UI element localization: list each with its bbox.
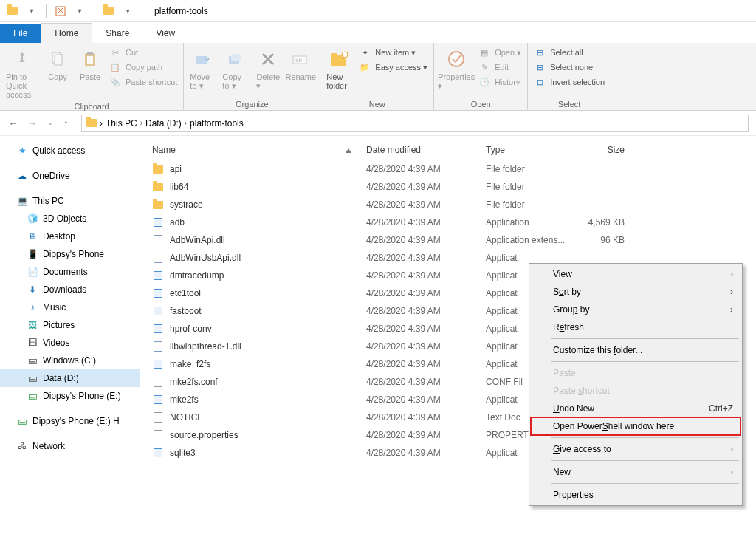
address-bar[interactable]: › This PC› Data (D:)› platform-tools — [81, 115, 749, 132]
window-title: platform-tools — [150, 6, 208, 16]
sidebar-quick-access[interactable]: ★Quick access — [0, 142, 140, 160]
tab-home[interactable]: Home — [41, 23, 92, 43]
file-row[interactable]: lib64 4/28/2020 4:39 AM File folder — [145, 178, 756, 196]
ctx-customize[interactable]: Customize this folder... — [531, 341, 740, 359]
sidebar-item[interactable]: 🖥Desktop — [0, 228, 140, 245]
sidebar-dippsy-h[interactable]: 🖴Dippsy's Phone (E:) H — [0, 412, 140, 430]
ctx-open-powershell[interactable]: Open PowerShell window here — [531, 417, 740, 435]
sidebar-item[interactable]: 🎞Videos — [0, 334, 140, 352]
file-size — [576, 182, 642, 191]
sidebar-item[interactable]: 📄Documents — [0, 263, 140, 281]
crumb-0[interactable]: This PC› — [106, 118, 142, 129]
tab-view[interactable]: View — [142, 24, 188, 43]
move-to-label: Move to ▾ — [190, 72, 216, 91]
file-icon — [152, 358, 164, 370]
crumb-2[interactable]: platform-tools — [190, 118, 244, 129]
select-none-button[interactable]: ⊟Select none — [532, 61, 606, 74]
ctx-group-by[interactable]: Group by› — [531, 301, 740, 318]
history-icon: 🕑 — [478, 76, 490, 88]
drive-icon: 🖴 — [16, 415, 28, 427]
folder-icon — [4, 3, 21, 19]
file-row[interactable]: AdbWinApi.dll 4/28/2020 4:39 AM Applicat… — [145, 231, 756, 249]
paste-button[interactable]: Paste — [75, 46, 105, 83]
qat-dropdown-2[interactable]: ▼ — [72, 3, 88, 19]
new-item-button[interactable]: ✦New item ▾ — [357, 46, 429, 59]
paste-label: Paste — [80, 72, 100, 81]
new-folder-label: New folder — [326, 72, 353, 90]
chevron-right-icon[interactable]: › — [100, 118, 103, 129]
new-folder-icon — [328, 47, 351, 71]
ctx-sort-by[interactable]: Sort by› — [531, 283, 740, 301]
forward-button[interactable]: → — [27, 118, 38, 129]
ctx-new[interactable]: New› — [531, 463, 740, 481]
qat-dropdown-3[interactable]: ▾ — [120, 3, 136, 19]
col-date[interactable]: Date modified — [359, 140, 478, 160]
file-row[interactable]: api 4/28/2020 4:39 AM File folder — [145, 160, 756, 178]
ctx-paste[interactable]: Paste — [531, 364, 740, 382]
col-name[interactable]: Name — [145, 140, 359, 160]
file-date: 4/28/2020 4:39 AM — [359, 408, 478, 427]
file-icon — [152, 270, 164, 281]
file-type: Application extens... — [478, 230, 576, 250]
file-icon — [152, 394, 164, 406]
copy-to-button[interactable]: Copy to ▾ — [221, 46, 250, 92]
back-button[interactable]: ← — [7, 118, 19, 129]
star-icon: ★ — [16, 145, 28, 157]
sidebar-item[interactable]: 📱Dippsy's Phone — [0, 245, 140, 263]
sidebar-this-pc[interactable]: 💻This PC — [0, 192, 140, 210]
svg-rect-6 — [196, 56, 207, 64]
file-icon — [152, 341, 164, 352]
delete-button[interactable]: Delete▾ — [253, 46, 283, 92]
qat-dropdown[interactable]: ▼ — [24, 3, 40, 19]
tab-share[interactable]: Share — [92, 24, 142, 43]
copy-button[interactable]: Copy — [43, 46, 72, 83]
ctx-refresh[interactable]: Refresh — [531, 318, 740, 336]
file-row[interactable]: systrace 4/28/2020 4:39 AM File folder — [145, 196, 756, 213]
ctx-undo-new[interactable]: Undo NewCtrl+Z — [531, 400, 740, 417]
easy-access-button[interactable]: 📁Easy access ▾ — [357, 61, 429, 74]
invert-selection-button[interactable]: ⊡Invert selection — [532, 75, 606, 89]
open-button[interactable]: ▤Open ▾ — [477, 46, 523, 59]
paste-shortcut-button[interactable]: 📎Paste shortcut — [108, 75, 179, 89]
sidebar-onedrive[interactable]: ☁OneDrive — [0, 167, 140, 185]
new-folder-button[interactable]: New folder — [325, 46, 354, 92]
properties-button[interactable]: Properties▾ — [439, 46, 474, 92]
context-menu: View› Sort by› Group by› Refresh Customi… — [529, 263, 743, 506]
sidebar-network[interactable]: 🖧Network — [0, 437, 140, 455]
pin-icon — [10, 47, 34, 71]
svg-rect-8 — [231, 54, 241, 61]
sidebar-item[interactable]: ⬇Downloads — [0, 281, 140, 298]
ctx-give-access[interactable]: Give access to› — [531, 440, 740, 458]
edit-button[interactable]: ✎Edit — [477, 61, 523, 74]
sidebar-item[interactable]: 🖴Windows (C:) — [0, 352, 140, 369]
sidebar-item[interactable]: 🖴Dippsy's Phone (E:) — [0, 387, 140, 405]
move-to-button[interactable]: Move to ▾ — [188, 46, 218, 92]
svg-point-14 — [449, 52, 464, 66]
sidebar-item[interactable]: 🖴Data (D:) — [0, 369, 140, 387]
ctx-paste-shortcut[interactable]: Paste shortcut — [531, 382, 740, 400]
recent-dropdown[interactable]: ⌄ — [46, 118, 55, 129]
sidebar-item[interactable]: 🧊3D Objects — [0, 210, 140, 228]
pin-label: Pin to Quick access — [6, 72, 38, 99]
history-button[interactable]: 🕑History — [477, 75, 523, 89]
sidebar-item[interactable]: ♪Music — [0, 298, 140, 316]
file-row[interactable]: adb 4/28/2020 4:39 AM Application 4,569 … — [145, 213, 756, 231]
cut-button[interactable]: ✂Cut — [108, 46, 179, 59]
rename-button[interactable]: ab Rename — [286, 46, 315, 83]
crumb-1[interactable]: Data (D:)› — [145, 118, 187, 129]
pin-button[interactable]: Pin to Quick access — [4, 46, 40, 100]
col-size[interactable]: Size — [576, 140, 642, 160]
folder-icon: 🧊 — [27, 213, 38, 225]
file-icon — [152, 376, 164, 388]
file-icon — [152, 234, 164, 246]
sort-asc-icon — [346, 147, 351, 153]
sidebar-item[interactable]: 🖼Pictures — [0, 316, 140, 334]
up-button[interactable]: ↑ — [62, 118, 69, 129]
qat-properties-icon[interactable] — [52, 3, 69, 19]
select-all-button[interactable]: ⊞Select all — [532, 46, 606, 59]
copy-path-button[interactable]: 📋Copy path — [108, 61, 179, 74]
ctx-view[interactable]: View› — [531, 265, 740, 283]
col-type[interactable]: Type — [478, 140, 576, 160]
tab-file[interactable]: File — [0, 24, 41, 43]
ctx-properties[interactable]: Properties — [531, 486, 740, 504]
